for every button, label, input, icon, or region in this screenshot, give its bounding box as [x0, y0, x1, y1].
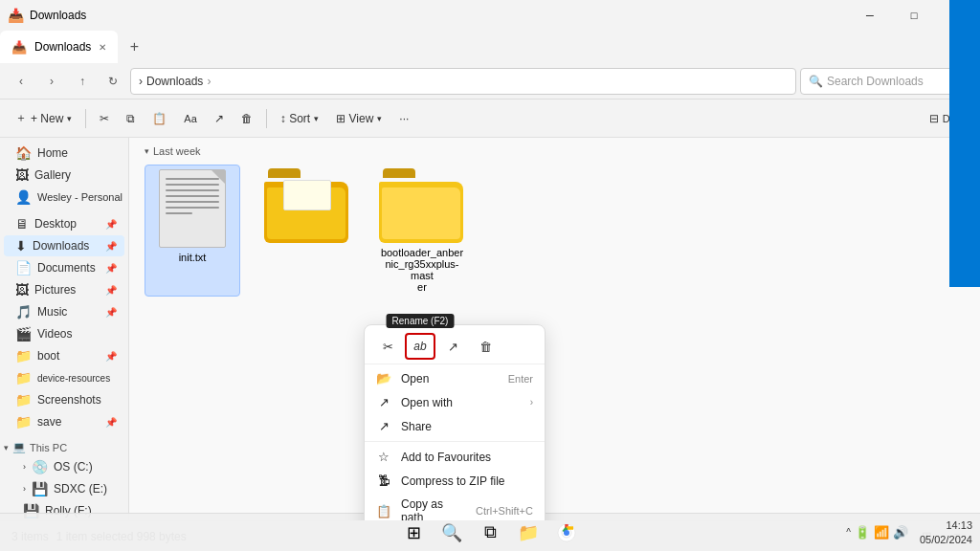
delete-button[interactable]: 🗑	[234, 108, 260, 129]
copy-button[interactable]: ⧉	[119, 108, 143, 129]
view-button[interactable]: ⊞ View ▾	[328, 108, 390, 129]
sidebar-item-personal[interactable]: 👤 Wesley - Personal	[4, 187, 124, 208]
sidebar-item-videos[interactable]: 🎬 Videos	[4, 323, 124, 344]
cut-button[interactable]: ✂	[92, 108, 117, 129]
ctx-rename-button[interactable]: ab Rename (F2)	[405, 333, 435, 360]
clock[interactable]: 14:13 05/02/2024	[920, 518, 972, 546]
downloads-pin-icon: 📌	[105, 241, 117, 252]
up-button[interactable]: ↑	[69, 68, 96, 95]
toolbar-sep-2	[266, 109, 267, 128]
music-icon: 🎵	[15, 304, 32, 320]
title-bar: 📥 Downloads ─ □ ✕	[0, 0, 980, 31]
cut-icon: ✂	[100, 112, 109, 125]
more-button[interactable]: ···	[391, 108, 416, 129]
sidebar-item-personal-label: Wesley - Personal	[37, 191, 122, 203]
ctx-add-favourites-item[interactable]: ☆ Add to Favourites	[365, 445, 545, 469]
title-bar-left: 📥 Downloads	[8, 8, 972, 23]
file-item-init-txt[interactable]: init.txt	[145, 165, 240, 297]
back-button[interactable]: ‹	[8, 68, 34, 95]
sidebar-item-boot[interactable]: 📁 boot 📌	[4, 345, 124, 366]
ctx-delete-button[interactable]: 🗑	[470, 333, 501, 360]
battery-icon: 🔋	[855, 525, 870, 540]
sidebar-item-os-c[interactable]: › 💿 OS (C:)	[4, 456, 124, 477]
ctx-cut-button[interactable]: ✂	[372, 333, 403, 360]
rename-button[interactable]: Aa	[176, 109, 204, 128]
ctx-share-mini-button[interactable]: ↗	[437, 333, 468, 360]
tab-label: Downloads	[34, 40, 91, 54]
ctx-open-with-item[interactable]: ↗ Open with ›	[365, 390, 545, 414]
txt-file-icon	[159, 169, 226, 248]
sidebar-item-music-label: Music	[37, 305, 67, 319]
address-path[interactable]: › Downloads ›	[130, 68, 796, 95]
sidebar-item-gallery[interactable]: 🖼 Gallery	[4, 165, 124, 186]
tab-bar: 📥 Downloads ✕ +	[0, 31, 980, 63]
sidebar-item-device-resources[interactable]: 📁 device-resources	[4, 367, 124, 388]
sidebar-item-save-label: save	[37, 415, 61, 429]
personal-icon: 👤	[15, 189, 32, 205]
sdxc-expand: ›	[23, 484, 26, 494]
sidebar-item-desktop[interactable]: 🖥 Desktop 📌	[4, 213, 124, 234]
ctx-rename-tooltip: Rename (F2)	[387, 314, 455, 328]
tab-downloads[interactable]: 📥 Downloads ✕	[0, 31, 118, 63]
main-area: 🏠 Home 🖼 Gallery 👤 Wesley - Personal 🖥 D…	[0, 138, 980, 520]
taskbar-right: ^ 🔋 📶 🔊 14:13 05/02/2024	[846, 518, 972, 546]
ctx-open-with-icon: ↗	[376, 395, 391, 409]
device-resources-icon: 📁	[15, 370, 32, 386]
share-button[interactable]: ↗	[207, 108, 232, 129]
sidebar-item-gallery-label: Gallery	[34, 168, 71, 182]
gallery-icon: 🖼	[15, 167, 29, 183]
file-item-folder2[interactable]: bootloader_anbernic_rg35xxplus-mast er	[374, 165, 470, 297]
forward-button[interactable]: ›	[38, 68, 65, 95]
sidebar-item-screenshots-label: Screenshots	[37, 393, 101, 407]
videos-icon: 🎬	[15, 326, 32, 342]
view-chevron: ▾	[377, 114, 382, 123]
sys-icons: ^ 🔋 📶 🔊	[846, 525, 908, 540]
documents-pin-icon: 📌	[105, 263, 117, 274]
sidebar-item-documents[interactable]: 📄 Documents 📌	[4, 257, 124, 278]
new-chevron: ▾	[67, 114, 72, 123]
copy-icon: ⧉	[126, 112, 135, 125]
details-icon: ⊟	[929, 112, 939, 125]
ctx-compress-item[interactable]: 🗜 Compress to ZIP file	[365, 469, 545, 493]
ctx-share-item[interactable]: ↗ Share	[365, 414, 545, 438]
sidebar-item-music[interactable]: 🎵 Music 📌	[4, 301, 124, 322]
paste-button[interactable]: 📋	[145, 108, 174, 129]
ctx-fav-label: Add to Favourites	[401, 451, 533, 464]
more-icon: ···	[399, 112, 409, 125]
files-grid: init.txt bootloader_anbern	[145, 165, 965, 297]
ctx-rename-icon: ab	[413, 340, 426, 353]
sidebar-item-downloads[interactable]: ⬇ Downloads 📌	[4, 235, 124, 256]
sidebar-item-downloads-label: Downloads	[33, 239, 89, 253]
ctx-copy-path-icon: 📋	[376, 504, 391, 518]
wifi-icon: 📶	[874, 525, 889, 540]
ctx-open-label: Open	[401, 372, 499, 386]
chrome-taskbar[interactable]	[549, 516, 584, 550]
address-chevron: ›	[207, 75, 211, 88]
tab-icon: 📥	[11, 40, 27, 55]
sidebar-gap	[0, 209, 128, 212]
context-menu-mini-toolbar: ✂ ab Rename (F2) ↗ 🗑	[365, 329, 545, 364]
sidebar-item-home[interactable]: 🏠 Home	[4, 143, 124, 164]
sort-chevron: ▾	[314, 114, 319, 123]
tab-close-button[interactable]: ✕	[99, 42, 106, 53]
chevron-icon[interactable]: ^	[846, 527, 851, 538]
sidebar-item-save[interactable]: 📁 save 📌	[4, 411, 124, 432]
minimize-button[interactable]: ─	[848, 0, 892, 31]
sidebar-item-pictures[interactable]: 🖼 Pictures 📌	[4, 279, 124, 300]
ctx-open-item[interactable]: 📂 Open Enter	[365, 366, 545, 390]
maximize-button[interactable]: □	[892, 0, 936, 31]
search-box[interactable]: 🔍 Search Downloads	[800, 68, 972, 95]
ctx-copy-path-item[interactable]: 📋 Copy as path Ctrl+Shift+C	[365, 493, 545, 520]
date: 05/02/2024	[920, 533, 972, 546]
sidebar-item-screenshots[interactable]: 📁 Screenshots	[4, 389, 124, 410]
sidebar-item-sdxc-e[interactable]: › 💾 SDXC (E:)	[4, 478, 124, 499]
ctx-open-with-arrow: ›	[530, 397, 533, 408]
file-item-folder1[interactable]	[259, 165, 355, 297]
sort-button[interactable]: ↕ Sort ▾	[273, 108, 326, 129]
new-button[interactable]: ＋ + New ▾	[8, 106, 79, 130]
refresh-button[interactable]: ↻	[100, 68, 126, 95]
sidebar-group-this-pc[interactable]: ▾ 💻 This PC	[0, 437, 128, 455]
new-tab-button[interactable]: +	[118, 31, 150, 63]
folder1-icon	[264, 168, 350, 243]
sidebar-item-desktop-label: Desktop	[34, 217, 77, 231]
